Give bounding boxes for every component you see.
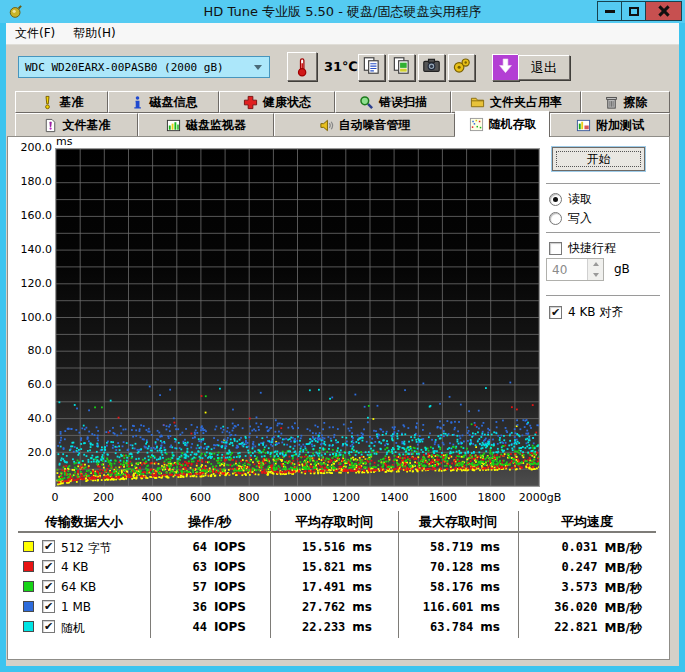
tab-error-scan[interactable]: 错误扫描: [335, 91, 451, 113]
y-tick-label: 140.0: [8, 243, 52, 256]
health-cross-icon: [243, 95, 258, 110]
legend-swatch: [23, 541, 34, 552]
close-button[interactable]: [645, 1, 682, 21]
avg-access-value: 15.516: [302, 540, 345, 554]
window-controls: [598, 1, 682, 21]
temperature-button[interactable]: [287, 52, 317, 81]
y-tick-label: 160.0: [8, 209, 52, 222]
maximize-button[interactable]: [621, 1, 646, 21]
short-stroke-label: 快捷行程: [568, 240, 616, 257]
copy-text-button[interactable]: [358, 54, 385, 81]
screenshot-button[interactable]: [418, 54, 445, 81]
table-header-rule: [18, 531, 656, 533]
legend-swatch: [23, 561, 34, 572]
series-checkbox[interactable]: ✔: [42, 540, 55, 553]
maximize-icon: [629, 7, 639, 16]
iops-value: 57: [192, 580, 206, 594]
y-tick-label: 200.0: [8, 141, 52, 154]
iops-value: 63: [192, 560, 206, 574]
iops-value: 64: [192, 540, 206, 554]
tab-label: 磁盘监视器: [186, 117, 246, 134]
tab-folder-usage[interactable]: 文件夹占用率: [451, 91, 581, 113]
x-tick-label: 200: [93, 491, 114, 504]
spinner-down-icon[interactable]: [588, 270, 603, 281]
tab-file-benchmark[interactable]: 文件基准: [15, 113, 138, 137]
options-icon: [452, 56, 471, 79]
disk-monitor-icon: [166, 118, 181, 133]
x-tick-label: 1600: [429, 491, 457, 504]
align-4kb-checkbox-box[interactable]: ✔: [549, 306, 562, 319]
tab-extra-tests[interactable]: 附加测试: [550, 113, 670, 137]
align-4kb-label: 4 KB 对齐: [568, 304, 623, 321]
x-tick-label: 2000gB: [519, 491, 562, 504]
max-access-value: 116.601: [423, 600, 474, 614]
tab-label: 附加测试: [596, 117, 644, 134]
y-tick-label: 40.0: [8, 412, 52, 425]
stroke-size-spinner[interactable]: 40: [546, 258, 604, 281]
write-radio-circle[interactable]: [549, 212, 562, 225]
speed-value: 0.031: [561, 540, 597, 557]
minimize-icon: [605, 10, 615, 13]
y-tick-label: 100.0: [8, 311, 52, 324]
tab-label: 擦除: [624, 94, 648, 111]
short-stroke-checkbox[interactable]: 快捷行程: [549, 240, 616, 257]
series-checkbox[interactable]: ✔: [42, 600, 55, 613]
read-radio[interactable]: 读取: [549, 191, 592, 208]
download-arrow-icon: [496, 56, 515, 79]
spinner-up-icon[interactable]: [588, 259, 603, 270]
minimize-button[interactable]: [597, 1, 622, 21]
avg-access-value: 15.821: [302, 560, 345, 574]
table-header-avg-speed: 平均速度: [518, 513, 656, 531]
tab-label: 随机存取: [489, 116, 537, 133]
titlebar: HD Tune 专业版 5.50 - 硬盘/固态硬盘实用程序: [0, 0, 685, 23]
write-radio[interactable]: 写入: [549, 210, 592, 227]
tab-label: 错误扫描: [379, 94, 427, 111]
speed-value: 36.020: [554, 600, 597, 617]
temperature-value: 31℃: [324, 59, 358, 74]
options-button[interactable]: [448, 54, 475, 81]
tab-random-access[interactable]: 随机存取: [455, 111, 550, 137]
avg-access-value: 27.762: [302, 600, 345, 614]
legend-swatch: [23, 601, 34, 612]
tab-noise-management[interactable]: 自动噪音管理: [274, 113, 455, 137]
series-checkbox[interactable]: ✔: [42, 620, 55, 633]
exit-button[interactable]: 退出: [518, 55, 570, 80]
series-checkbox[interactable]: ✔: [42, 580, 55, 593]
tab-erase[interactable]: 擦除: [581, 91, 670, 113]
table-header-avg-access: 平均存取时间: [270, 513, 398, 531]
menu-help[interactable]: 帮助(H): [64, 23, 124, 44]
legend-swatch: [23, 621, 34, 632]
y-axis-unit-label: ms: [56, 135, 72, 148]
x-tick-label: 800: [239, 491, 260, 504]
copy-text-icon: [362, 56, 381, 79]
random-access-icon: [469, 117, 484, 132]
max-access-value: 58.176: [430, 580, 473, 594]
tab-health[interactable]: 健康状态: [219, 91, 335, 113]
tab-label: 磁盘信息: [150, 94, 198, 111]
exclamation-icon: [40, 95, 55, 110]
info-icon: [130, 95, 145, 110]
speed-value: 22.821: [554, 620, 597, 637]
align-4kb-checkbox[interactable]: ✔ 4 KB 对齐: [549, 304, 623, 321]
tab-benchmark[interactable]: 基准: [15, 91, 108, 113]
speaker-icon: [319, 118, 334, 133]
tab-label: 健康状态: [263, 94, 311, 111]
table-header-transfer-size: 传输数据大小: [18, 513, 150, 531]
drive-select[interactable]: WDC WD20EARX-00PASB0 (2000 gB): [18, 56, 270, 78]
folder-icon: [470, 95, 485, 110]
scatter-plot: [55, 148, 540, 487]
read-radio-circle[interactable]: [549, 193, 562, 206]
iops-value: 44: [192, 620, 206, 634]
copy-image-button[interactable]: [388, 54, 415, 81]
y-tick-label: 80.0: [8, 344, 52, 357]
update-button[interactable]: [492, 54, 519, 81]
file-benchmark-icon: [43, 118, 58, 133]
scatter-series: [57, 382, 540, 453]
series-checkbox[interactable]: ✔: [42, 560, 55, 573]
tab-disk-info[interactable]: 磁盘信息: [108, 91, 219, 113]
menu-file[interactable]: 文件(F): [6, 23, 64, 44]
short-stroke-checkbox-box[interactable]: [549, 242, 562, 255]
tab-disk-monitor[interactable]: 磁盘监视器: [138, 113, 274, 137]
start-button[interactable]: 开始: [552, 147, 645, 171]
max-access-value: 58.719: [430, 540, 473, 554]
